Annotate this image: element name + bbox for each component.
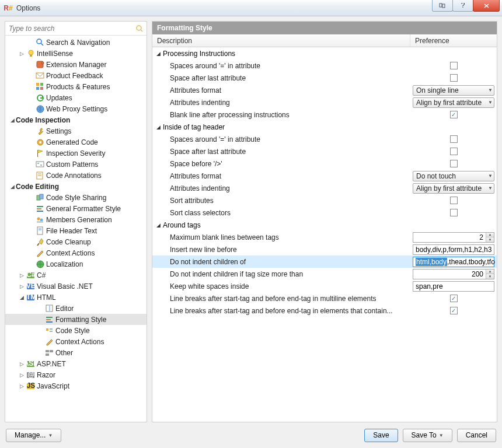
tree-item[interactable]: ▷Context Actions: [5, 247, 147, 258]
options-tree[interactable]: ▷Search & Navigation▷IntelliSense▷Extens…: [5, 36, 147, 422]
checkbox[interactable]: [450, 74, 458, 82]
number-input[interactable]: 2▲▼: [413, 232, 494, 243]
tree-item[interactable]: ▷Code Cleanup: [5, 236, 147, 247]
tree-item[interactable]: ▷IntelliSense: [5, 48, 147, 59]
tree-item[interactable]: ▷Products & Features: [5, 81, 147, 92]
column-description[interactable]: Description: [152, 34, 410, 47]
column-preference[interactable]: Preference: [410, 34, 497, 47]
tree-item-label: Razor: [37, 371, 55, 379]
tree-item[interactable]: ▷C#C#: [5, 270, 147, 281]
expand-arrow-icon[interactable]: ▷: [18, 383, 25, 389]
item-label: Line breaks after start-tag and before e…: [170, 307, 393, 315]
search-icon[interactable]: [135, 24, 144, 33]
tree-item[interactable]: ▷VBVisual Basic .NET: [5, 281, 147, 292]
text-input[interactable]: body,div,p,form,h1,h2,h3: [413, 244, 494, 255]
tree-item[interactable]: ▷Settings: [5, 125, 147, 136]
combo-box[interactable]: Align by first attribute▼: [413, 183, 494, 194]
checkbox[interactable]: [450, 197, 458, 204]
combo-box[interactable]: Align by first attribute▼: [413, 97, 494, 108]
number-input[interactable]: 200▲▼: [413, 269, 494, 279]
tree-item[interactable]: ▷Code Style Sharing: [5, 192, 147, 203]
cs-icon: C#: [26, 271, 35, 280]
tree-item[interactable]: ▷Code Style: [5, 325, 147, 336]
help-button[interactable]: ?: [452, 0, 473, 12]
tree-item[interactable]: ▷@Razor: [5, 369, 147, 380]
settings-grid[interactable]: ◢Processing InstructionsSpaces around '=…: [152, 47, 497, 422]
tree-item[interactable]: ◢HTMLHTML: [5, 292, 147, 303]
settings-group[interactable]: ◢Inside of tag header: [152, 121, 497, 133]
collapse-arrow-icon[interactable]: ◢: [155, 124, 162, 130]
combo-box[interactable]: Do not touch▼: [413, 171, 494, 181]
tree-item[interactable]: ▷Custom Patterns: [5, 159, 147, 170]
tree-item[interactable]: ◢Code Inspection: [5, 114, 147, 125]
tree-item-label: Code Cleanup: [46, 238, 91, 246]
tree-item[interactable]: ▷Search & Navigation: [5, 37, 147, 48]
spinner-up-icon[interactable]: ▲: [486, 233, 494, 238]
combo-value: Align by first attribute: [416, 184, 488, 192]
grid-header: Description Preference: [152, 34, 497, 47]
checkbox[interactable]: [450, 160, 458, 167]
spinner-down-icon[interactable]: ▼: [486, 274, 494, 279]
checkbox[interactable]: [450, 209, 458, 216]
expand-arrow-icon[interactable]: ▷: [18, 51, 25, 57]
collapse-arrow-icon[interactable]: ◢: [9, 117, 16, 123]
save-button[interactable]: Save: [364, 429, 398, 442]
expand-arrow-icon[interactable]: ▷: [18, 361, 25, 367]
checkbox[interactable]: ✓: [450, 307, 458, 314]
tree-item[interactable]: ▷ASPASP.NET: [5, 358, 147, 369]
tree-item[interactable]: ▷Generated Code: [5, 136, 147, 148]
spinner-down-icon[interactable]: ▼: [486, 237, 494, 242]
collapse-arrow-icon[interactable]: ◢: [155, 222, 162, 228]
tree-item-label: ASP.NET: [37, 360, 66, 368]
tree-item[interactable]: ▷JSJavaScript: [5, 380, 147, 391]
tree-item-label: Code Annotations: [46, 172, 102, 180]
save-to-button[interactable]: Save To ▼: [403, 429, 452, 442]
collapse-arrow-icon[interactable]: ◢: [9, 184, 16, 190]
tree-item[interactable]: ▷Extension Manager: [5, 59, 147, 70]
tree-item[interactable]: ◢Code Editing: [5, 181, 147, 192]
checkbox[interactable]: ✓: [450, 111, 458, 118]
tree-item[interactable]: ▷File Header Text: [5, 225, 147, 236]
tree-item[interactable]: ▷Other: [5, 347, 147, 358]
tree-item[interactable]: ▷Product Feedback: [5, 70, 147, 81]
tree-item[interactable]: ▷Inspection Severity: [5, 148, 147, 159]
item-label: Keep white spaces inside: [170, 282, 249, 290]
arrow-placeholder: ▷: [27, 239, 34, 245]
checkbox[interactable]: [450, 148, 458, 155]
tree-item[interactable]: ▷Formatting Style: [5, 314, 147, 325]
tree-item[interactable]: ▷Localization: [5, 258, 147, 270]
cancel-button[interactable]: Cancel: [457, 429, 496, 442]
arrow-placeholder: ▷: [27, 162, 34, 167]
tree-item[interactable]: ▷General Formatter Style: [5, 203, 147, 214]
checkbox[interactable]: [450, 62, 458, 69]
settings-group[interactable]: ◢Around tags: [152, 219, 497, 231]
spinner-buttons[interactable]: ▲▼: [486, 270, 494, 279]
spinner-up-icon[interactable]: ▲: [486, 270, 494, 275]
manage-button[interactable]: Manage... ▼: [6, 429, 61, 442]
settings-group[interactable]: ◢Processing Instructions: [152, 47, 497, 60]
text-input[interactable]: html,body,thead,tbody,tfo: [413, 257, 494, 267]
tree-item[interactable]: ▷Members Generation: [5, 214, 147, 225]
spinner-buttons[interactable]: ▲▼: [486, 233, 494, 242]
search-input[interactable]: [5, 22, 147, 35]
tree-item[interactable]: ▷Updates: [5, 92, 147, 103]
tree-item[interactable]: ▷Editor: [5, 303, 147, 314]
item-label: Attributes indenting: [170, 184, 230, 192]
svg-text:?: ?: [461, 3, 465, 9]
combo-box[interactable]: On single line▼: [413, 85, 494, 96]
expand-arrow-icon[interactable]: ▷: [18, 272, 25, 278]
text-input[interactable]: span,pre: [413, 281, 494, 292]
tree-item[interactable]: ▷Context Actions: [5, 336, 147, 347]
checkbox[interactable]: ✓: [450, 295, 458, 302]
tree-item[interactable]: ▷Code Annotations: [5, 170, 147, 181]
style-icon: [44, 326, 54, 335]
collapse-arrow-icon[interactable]: ◢: [155, 51, 162, 57]
window-extra-button[interactable]: [432, 0, 453, 12]
tree-item[interactable]: ▷Web Proxy Settings: [5, 103, 147, 114]
collapse-arrow-icon[interactable]: ◢: [18, 295, 25, 300]
expand-arrow-icon[interactable]: ▷: [18, 372, 25, 378]
expand-arrow-icon[interactable]: ▷: [18, 284, 25, 289]
chevron-down-icon: ▼: [488, 88, 493, 93]
close-button[interactable]: [473, 0, 500, 12]
checkbox[interactable]: [450, 135, 458, 143]
